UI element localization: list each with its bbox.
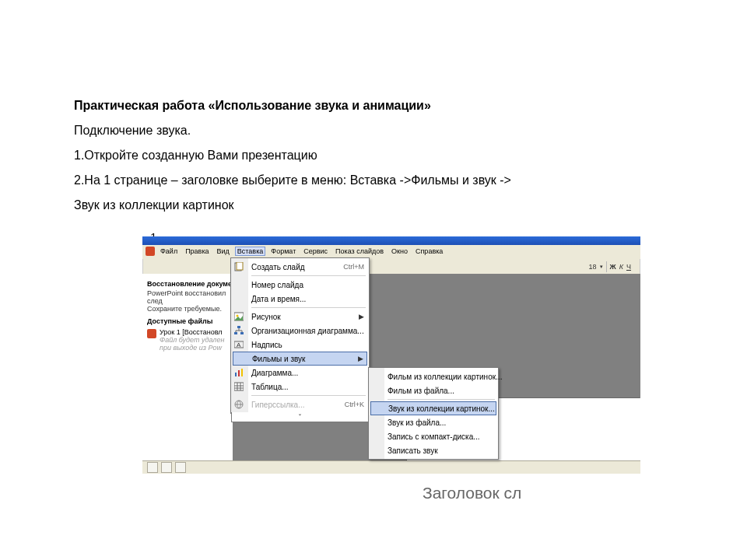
svg-rect-5 <box>234 332 237 334</box>
menu-format[interactable]: Формат <box>268 247 298 256</box>
available-files-title: Доступные файлы <box>147 317 237 325</box>
org-icon <box>233 325 244 336</box>
svg-text:A: A <box>237 341 241 348</box>
menu-item-label: Рисунок <box>251 313 281 321</box>
menu-window[interactable]: Окно <box>389 247 410 256</box>
menu-tools[interactable]: Сервис <box>301 247 330 256</box>
font-size-value[interactable]: 18 <box>589 263 597 271</box>
menu-item-label: Организационная диаграмма... <box>251 327 364 335</box>
doc-line-1: Подключение звука. <box>74 118 669 143</box>
menu-item-label: Номер слайда <box>251 281 303 289</box>
menu-file[interactable]: Файл <box>158 247 180 256</box>
menu-insert[interactable]: Вставка <box>235 247 265 256</box>
menu-item-hotkey: Ctrl+M <box>343 263 364 271</box>
new-slide-icon <box>233 261 244 272</box>
submenu-item-3[interactable]: Звук из коллекции картинок... <box>370 401 496 415</box>
file-name: Урок 1 [Восстановл <box>160 328 224 336</box>
formatting-toolbar: 18 ▾ Ж К Ч <box>584 260 636 274</box>
slide-title-placeholder[interactable]: Заголовок сл <box>423 484 521 502</box>
view-normal-button[interactable] <box>147 462 158 473</box>
picture-icon <box>233 311 244 322</box>
menu-separator <box>251 275 366 276</box>
menu-item-hotkey: Ctrl+K <box>345 401 364 408</box>
svg-rect-12 <box>234 383 244 390</box>
window-titlebar <box>142 236 640 245</box>
menu-item-9[interactable]: Диаграмма... <box>231 366 369 380</box>
submenu-item-label: Звук из коллекции картинок... <box>388 404 495 413</box>
menu-item-label: Фильмы и звук <box>252 355 306 363</box>
submenu-arrow-icon: ▶ <box>358 355 363 362</box>
menu-item-label: Надпись <box>251 341 282 349</box>
menu-item-10[interactable]: Таблица... <box>231 380 369 394</box>
svg-rect-4 <box>237 326 240 328</box>
bold-button[interactable]: Ж <box>610 263 616 271</box>
textbox-icon: A <box>233 339 244 350</box>
menu-slideshow[interactable]: Показ слайдов <box>333 247 386 256</box>
submenu-item-label: Фильм из коллекции картинок... <box>388 373 502 381</box>
recovery-text: PowerPoint восстановил след Сохраните тр… <box>147 289 237 313</box>
submenu-item-label: Записать звук <box>388 446 438 455</box>
recovery-title: Восстановление докумен <box>147 280 237 288</box>
menu-item-0[interactable]: Создать слайдCtrl+M <box>231 260 369 274</box>
menu-edit[interactable]: Правка <box>183 247 211 256</box>
menu-item-label: Таблица... <box>251 383 289 391</box>
doc-title: Практическая работа «Использование звука… <box>74 93 669 118</box>
table-icon <box>233 381 244 392</box>
menu-item-5[interactable]: Рисунок▶ <box>231 310 369 324</box>
submenu-item-5[interactable]: Запись с компакт-диска... <box>369 429 498 443</box>
menu-item-12: Гиперссылка...Ctrl+K <box>231 397 369 411</box>
svg-rect-1 <box>237 262 243 270</box>
insert-menu-dropdown: Создать слайдCtrl+MНомер слайдаДата и вр… <box>230 257 370 414</box>
menu-item-2[interactable]: Номер слайда <box>231 278 369 292</box>
menu-item-7[interactable]: AНадпись <box>231 338 369 352</box>
view-show-button[interactable] <box>175 462 186 473</box>
embedded-screenshot: Файл Правка Вид Вставка Формат Сервис По… <box>142 236 640 474</box>
file-desc-1: Файл будет удален <box>160 336 224 344</box>
doc-line-3: 2.На 1 странице – заголовке выберите в м… <box>74 168 669 193</box>
doc-line-4: Звук из коллекции картинок <box>74 193 669 218</box>
menu-item-label: Гиперссылка... <box>251 401 305 409</box>
submenu-arrow-icon: ▶ <box>359 313 364 320</box>
menu-help[interactable]: Справка <box>413 247 445 256</box>
submenu-item-label: Звук из файла... <box>388 418 446 427</box>
menubar: Файл Правка Вид Вставка Формат Сервис По… <box>142 245 640 259</box>
menu-item-3[interactable]: Дата и время... <box>231 292 369 306</box>
menu-item-8[interactable]: Фильмы и звук▶ <box>233 352 367 366</box>
submenu-item-0[interactable]: Фильм из коллекции картинок... <box>369 369 498 383</box>
menu-item-label: Создать слайд <box>251 263 305 271</box>
submenu-separator <box>388 399 495 400</box>
recovered-file-item[interactable]: Урок 1 [Восстановл Файл будет удален при… <box>147 328 237 352</box>
svg-rect-6 <box>240 332 244 334</box>
file-desc-2: при выходе из Pow <box>160 344 224 352</box>
menu-item-label: Диаграмма... <box>251 369 298 377</box>
italic-button[interactable]: К <box>619 263 623 271</box>
svg-rect-10 <box>238 370 240 376</box>
chart-icon <box>233 367 244 378</box>
submenu-item-label: Запись с компакт-диска... <box>388 432 480 441</box>
submenu-item-label: Фильм из файла... <box>388 387 454 395</box>
menu-expand-chevron[interactable]: ˇ <box>231 412 369 422</box>
underline-button[interactable]: Ч <box>626 263 631 271</box>
menu-item-label: Дата и время... <box>251 295 306 303</box>
svg-rect-9 <box>235 373 237 376</box>
movies-sound-submenu: Фильм из коллекции картинок...Фильм из ф… <box>368 367 499 460</box>
menu-item-6[interactable]: Организационная диаграмма... <box>231 324 369 338</box>
submenu-item-4[interactable]: Звук из файла... <box>369 415 498 429</box>
menu-separator <box>251 307 366 308</box>
menu-separator <box>251 395 366 396</box>
svg-rect-11 <box>241 369 243 376</box>
powerpoint-icon <box>146 247 155 256</box>
menu-view[interactable]: Вид <box>215 247 232 256</box>
recovery-pane: Восстановление докумен PowerPoint восста… <box>142 274 242 461</box>
link-icon <box>233 399 244 410</box>
view-sorter-button[interactable] <box>161 462 172 473</box>
submenu-item-6[interactable]: Записать звук <box>369 443 498 457</box>
submenu-item-1[interactable]: Фильм из файла... <box>369 383 498 397</box>
powerpoint-file-icon <box>147 329 156 338</box>
doc-line-2: 1.Откройте созданную Вами презентацию <box>74 143 669 168</box>
status-bar <box>142 460 640 474</box>
document-text: Практическая работа «Использование звука… <box>0 0 747 218</box>
toolbar-separator <box>606 261 607 272</box>
